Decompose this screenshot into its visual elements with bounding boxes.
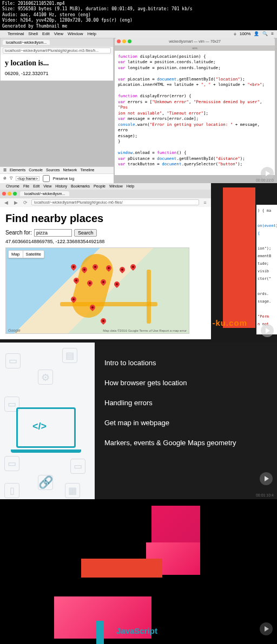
play-button[interactable] [260,472,273,485]
minimize-icon[interactable] [8,192,11,196]
preserve-log-checkbox[interactable] [43,175,50,182]
html-icon: ▭ [4,456,19,471]
dt-tab-network[interactable]: Network [63,168,77,172]
menu-icon[interactable]: ≡ [271,31,274,36]
dt-tab-console[interactable]: Console [29,168,43,172]
dt-tab-sources[interactable]: Sources [46,168,60,172]
user-icon[interactable]: 👤 [254,31,259,36]
chrome-tabstrip: localhost/~wickedlysm... [0,190,211,198]
road [60,302,157,306]
map-marker-icon[interactable] [118,266,126,273]
map-marker-icon[interactable] [113,280,121,288]
play-button[interactable] [260,622,273,635]
frame-select[interactable]: <top frame> [16,176,39,181]
laptop-base [11,450,81,453]
menu-history[interactable]: History [55,184,67,188]
slide-illustration: ▭ ▤ ⚙ ▭ ▭ ▭ 🔗 ▦ ▯ </> [0,343,95,499]
search-input[interactable] [34,229,72,237]
menu-chrome[interactable]: Chrome [6,184,19,188]
spotlight-icon[interactable]: 🔍 [262,31,268,36]
map-marker-icon[interactable] [100,317,107,325]
menubar-right: ⏚ 100% 👤 🔍 ≡ [234,31,274,36]
map-button[interactable]: Map [9,251,23,258]
places-page: Find nearby places Search for: Search 47… [0,207,211,339]
devtools-toolbar: ⊘ ▽ <top frame> Preserve log [0,174,114,183]
map-marker-icon[interactable] [129,263,137,271]
google-logo: Google [8,328,21,332]
terminal-subtab[interactable]: vim [115,45,275,51]
dt-tab-elements[interactable]: Elements [10,168,25,172]
coords-text: 47.603660148869785, -122.33688354492188 [5,239,206,244]
wifi-icon[interactable]: ⏚ [234,31,236,36]
reload-icon[interactable]: ⟳ [22,199,29,206]
menu-terminal[interactable]: Terminal [8,31,24,36]
forward-icon[interactable]: ▶ [12,199,19,206]
search-button[interactable]: Search [74,229,97,237]
meta-video: Video: h264, yuv420p, 1280x720, 30.00 fp… [2,18,275,23]
terminal-titlebar: wickedlysmart — vim — 70x27 [115,38,275,45]
hamburger-icon[interactable]: ☰ [3,168,6,172]
map-canvas[interactable]: Map Satellite Google Map data ©2016 Goog… [5,247,189,334]
menu-file[interactable]: File [23,184,29,188]
slide-panel-3: ▭ ▤ ⚙ ▭ ▭ ▭ 🔗 ▦ ▯ </> Intro to locations… [0,343,277,499]
clear-icon[interactable]: ⊘ [3,176,6,180]
menu-edit[interactable]: Edit [42,31,50,36]
url-field[interactable]: localhost/~wickedlysmart/Pluralsight/geo… [3,48,111,53]
menu-window[interactable]: Window [109,184,123,188]
decorative-bar [96,621,104,644]
menubar-left: Terminal Shell Edit View Window Help [3,31,96,36]
jpg-icon: ▭ [5,353,21,368]
road [147,270,151,324]
timecode: 00:00:22:0 [256,178,274,182]
chrome-toolbar: ◀ ▶ ⟳ localhost/~wickedlysmart/Pluralsig… [0,198,211,207]
devtools-panel: ☰ Elements Console Sources Network Timel… [0,166,114,183]
coords-text: 06209, -122.332071 [5,71,109,76]
play-button[interactable] [261,324,274,337]
terminal-body[interactable]: function displayLocation(position) { var… [115,51,275,175]
watermark: -ku.com [212,318,247,327]
meta-gen: Generated by Thumbnail me [2,24,275,29]
zoom-icon[interactable] [13,192,17,196]
close-icon[interactable] [117,39,121,43]
browser-tab[interactable]: localhost/~wickedlysm... [3,40,50,45]
back-icon[interactable]: ◀ [2,199,10,206]
link-icon: 🔗 [38,475,53,490]
menu-view[interactable]: View [54,31,63,36]
meta-file: File: 20160621105201.mp4 [2,1,275,6]
desktop-panel-1: Terminal Shell Edit View Window Help ⏚ 1… [0,30,277,183]
menu-bookmarks[interactable]: Bookmarks [71,184,90,188]
terminal-title: wickedlysmart — vim — 70x27 [169,39,221,43]
devtools-tabs: ☰ Elements Console Sources Network Timel… [0,167,114,174]
browser-tab[interactable]: localhost/~wickedlysm... [20,191,69,196]
search-label: Search for: [5,230,32,236]
menu-view[interactable]: View [43,184,51,188]
minimize-icon[interactable] [122,39,126,43]
terminal-window: wickedlysmart — vim — 70x27 vim function… [115,38,275,175]
map-marker-icon[interactable] [70,263,77,271]
search-row: Search for: Search [5,229,206,237]
menu-shell[interactable]: Shell [28,31,38,36]
chrome-menubar: Chrome File Edit View History Bookmarks … [0,183,211,190]
battery-icon[interactable]: 100% [240,31,250,36]
brick-icon: ▦ [65,483,80,498]
menu-help[interactable]: Help [87,31,96,36]
menu-help[interactable]: Help [127,184,134,188]
url-field[interactable]: localhost/~wickedlysmart/Pluralsight/geo… [31,199,199,205]
zoom-icon[interactable] [128,39,131,43]
menu-people[interactable]: People [94,184,105,188]
menu-window[interactable]: Window [68,31,83,36]
traffic-lights [117,39,131,43]
menu-edit[interactable]: Edit [33,184,39,188]
red-block [223,187,255,328]
slide-panel-4: JavaScript [0,499,277,644]
meta-audio: Audio: aac, 44100 Hz, stereo (eng) [2,12,275,18]
browser-window-left: localhost/~wickedlysm... localhost/~wick… [0,38,114,81]
filter-icon[interactable]: ▽ [10,176,12,180]
satellite-button[interactable]: Satellite [23,251,44,258]
phone-icon: ▯ [4,483,19,498]
close-icon[interactable] [2,192,6,196]
file-icon: ▤ [62,348,77,363]
dt-tab-timeline[interactable]: Timeline [80,168,94,172]
menu-icon[interactable]: ≡ [201,199,209,206]
browser-tabstrip: localhost/~wickedlysm... [1,38,113,47]
